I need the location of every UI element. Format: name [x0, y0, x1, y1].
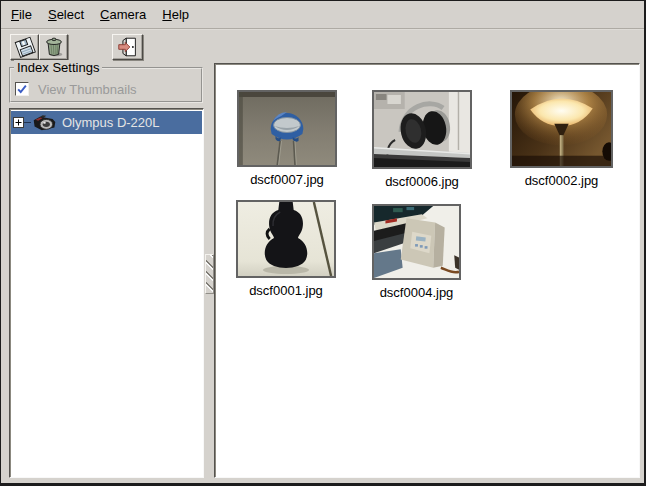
thumbnail-image[interactable] [372, 204, 461, 280]
thumbnail-filename: dscf0007.jpg [250, 172, 324, 187]
gtkam-window: File Select Camera Help [1, 1, 644, 483]
thumbnail-dscf0006[interactable]: dscf0006.jpg [372, 90, 472, 169]
thumbnail-image[interactable] [236, 200, 336, 278]
photo-lamp [512, 92, 611, 166]
menu-select[interactable]: Select [40, 1, 92, 28]
thumbnail-image[interactable] [510, 90, 613, 168]
save-icon [13, 35, 37, 59]
thumbnail-filename: dscf0002.jpg [525, 173, 599, 188]
photo-printer [374, 206, 459, 278]
camera-icon [31, 113, 58, 133]
pane-splitter-handle[interactable] [205, 254, 214, 294]
thumbnail-image[interactable] [237, 90, 337, 167]
exit-icon [116, 35, 140, 59]
thumbnail-image[interactable] [372, 90, 472, 169]
save-button[interactable] [10, 34, 39, 60]
plus-expander-icon[interactable] [13, 117, 24, 128]
checkmark-icon [16, 83, 28, 95]
photo-headphones [374, 92, 470, 167]
photo-blue-component [239, 92, 335, 165]
menu-camera[interactable]: Camera [92, 1, 154, 28]
delete-button[interactable] [39, 34, 68, 60]
photo-guitar-case [238, 202, 334, 276]
tree-row-olympus[interactable]: Olympus D-220L [11, 111, 202, 134]
delete-icon [42, 35, 66, 59]
menubar-separator [1, 28, 644, 30]
thumbnail-dscf0004[interactable]: dscf0004.jpg [372, 204, 461, 280]
thumbnail-dscf0001[interactable]: dscf0001.jpg [236, 200, 336, 278]
window-frame: File Select Camera Help [0, 0, 646, 486]
thumbnail-filename: dscf0001.jpg [249, 283, 323, 298]
thumbnail-panel: dscf0007.jpg [214, 63, 640, 478]
menu-file[interactable]: File [3, 1, 40, 28]
index-settings-title: Index Settings [14, 60, 102, 75]
camera-tree: Olympus D-220L [9, 108, 204, 478]
thumbnail-filename: dscf0004.jpg [380, 285, 454, 300]
menu-help[interactable]: Help [154, 1, 197, 28]
tree-item-label: Olympus D-220L [62, 115, 160, 130]
tree-connector [24, 122, 31, 123]
exit-button[interactable] [112, 34, 143, 60]
menu-bar: File Select Camera Help [1, 1, 644, 28]
view-thumbnails-label: View Thumbnails [38, 82, 137, 97]
thumbnail-dscf0007[interactable]: dscf0007.jpg [237, 90, 337, 167]
thumbnail-dscf0002[interactable]: dscf0002.jpg [510, 90, 613, 168]
view-thumbnails-checkbox[interactable] [15, 82, 29, 96]
thumbnail-filename: dscf0006.jpg [385, 174, 459, 189]
